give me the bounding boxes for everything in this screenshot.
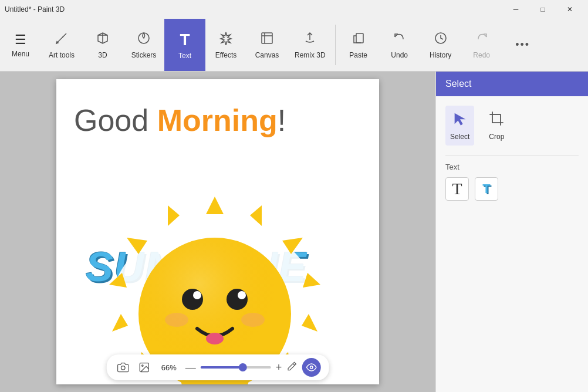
zoom-plus-icon: + [276,361,282,374]
svg-point-23 [227,289,248,310]
text-section-title: Text [445,163,579,171]
title-bar: Untitled* - Paint 3D ─ □ ✕ [0,0,588,19]
panel-divider [445,155,579,156]
text-icon: T [180,31,190,49]
remix3d-button[interactable]: Remix 3D [288,19,333,71]
svg-line-32 [293,364,295,366]
maximize-button[interactable]: □ [529,0,556,19]
text-2d-icon: T [452,180,462,198]
history-button[interactable]: History [420,19,461,71]
svg-marker-7 [206,197,224,214]
image-button[interactable] [136,360,153,374]
svg-rect-4 [356,33,363,43]
zoom-slider-thumb [239,363,247,371]
window-title: Untitled* - Paint 3D [5,5,65,13]
canvas-content: Good Morning! SUNSHINE [56,79,379,384]
stickers-icon [137,31,151,49]
svg-point-31 [142,365,144,367]
main-area: Good Morning! SUNSHINE [0,72,588,392]
menu-label: Menu [12,50,29,58]
zoom-slider-fill [201,366,243,369]
3d-label: 3D [98,51,107,59]
crop-option[interactable]: Crop [484,106,509,146]
canvas-text-good-morning: Good Morning! [74,103,286,138]
svg-point-33 [310,366,313,369]
panel-header: Select [436,72,588,96]
text-3d-icon: T [482,181,490,197]
sun-graphic [80,144,350,384]
redo-label: Redo [473,51,490,59]
3d-button[interactable]: 3D [82,19,123,71]
crop-label: Crop [489,133,504,141]
effects-label: Effects [215,51,236,59]
svg-marker-8 [250,205,262,226]
art-tools-label: Art tools [49,51,75,59]
text-label: Text [178,52,191,60]
eye-button[interactable] [302,358,320,377]
svg-rect-3 [262,33,272,43]
paste-button[interactable]: Paste [338,19,379,71]
art-tools-button[interactable]: Art tools [41,19,82,71]
zoom-minus-icon: — [185,361,196,374]
svg-point-22 [182,289,203,310]
menu-icon: ☰ [15,32,26,48]
stickers-button[interactable]: Stickers [123,19,164,71]
undo-button[interactable]: Undo [379,19,420,71]
svg-point-29 [121,366,125,370]
panel-title: Select [445,79,471,89]
zoom-toolbar: 66% — + [107,354,329,380]
camera-button[interactable] [115,360,131,374]
toolbar-separator [335,25,336,65]
svg-point-28 [241,313,265,327]
text-2d-button[interactable]: T [445,177,469,201]
right-panel: Select Select [435,72,588,392]
main-toolbar: ☰ Menu Art tools 3D Stickers [0,19,588,72]
stickers-label: Stickers [131,51,157,59]
svg-line-1 [62,33,66,38]
canvas-area[interactable]: Good Morning! SUNSHINE [0,72,435,392]
zoom-slider[interactable] [201,366,271,369]
panel-content: Select Crop Text T [436,96,588,210]
undo-label: Undo [391,51,408,59]
menu-button[interactable]: ☰ Menu [0,19,41,71]
svg-point-26 [206,333,224,344]
undo-icon [393,31,407,49]
redo-button[interactable]: Redo [461,19,502,71]
3d-icon [96,31,110,49]
canvas-icon [260,31,274,49]
paste-icon [352,31,366,49]
effects-button[interactable]: Effects [205,19,246,71]
crop-icon [488,110,505,129]
more-button[interactable]: ••• [502,19,543,71]
canvas-label: Canvas [255,51,279,59]
canvas-button[interactable]: Canvas [246,19,288,71]
history-label: History [430,51,451,59]
paste-label: Paste [349,51,367,59]
svg-marker-19 [168,205,180,226]
svg-point-25 [238,291,246,299]
text-morning: Morning [157,103,278,137]
text-good: Good [74,103,157,137]
select-option[interactable]: Select [445,106,474,146]
art-tools-icon [55,31,69,49]
window-controls: ─ □ ✕ [502,0,583,19]
zoom-percent: 66% [157,363,181,372]
remix3d-label: Remix 3D [295,51,326,59]
more-icon: ••• [515,39,530,51]
text-3d-button[interactable]: T [475,177,498,201]
redo-icon [475,31,489,49]
close-button[interactable]: ✕ [556,0,583,19]
remix3d-icon [303,31,317,49]
svg-point-27 [165,313,188,327]
svg-point-24 [193,291,201,299]
select-crop-row: Select Crop [445,106,579,146]
text-excl: ! [278,103,286,137]
minimize-button[interactable]: ─ [502,0,529,19]
text-icons-row: T T [445,177,579,201]
select-cursor-icon [452,110,468,129]
pencil-button[interactable] [286,361,297,374]
text-button[interactable]: T Text [164,19,205,71]
select-label: Select [450,133,469,141]
effects-icon [219,31,233,49]
history-icon [434,31,448,49]
